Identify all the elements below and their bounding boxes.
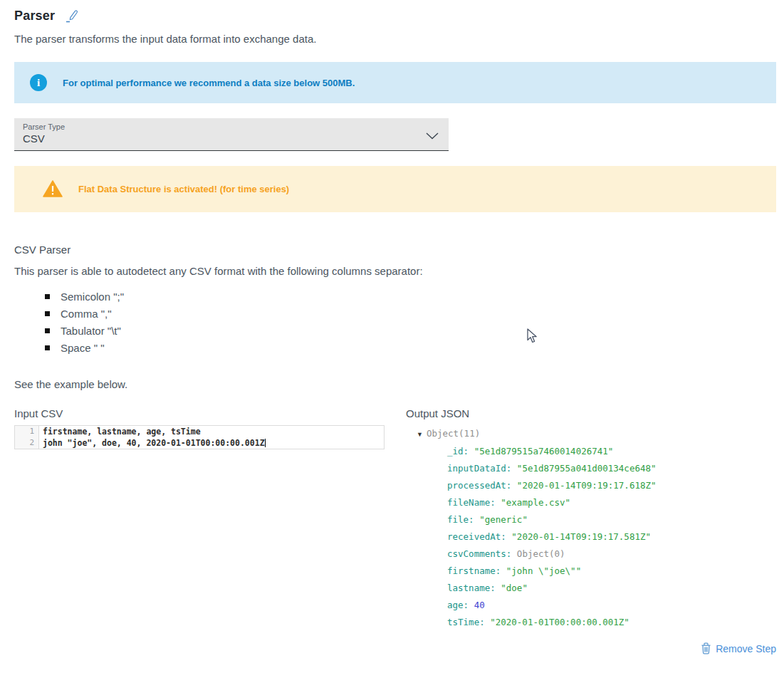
warning-banner: Flat Data Structure is activated! (for t… [14,166,776,212]
json-value: "5e1d879515a7460014026741" [474,446,614,457]
info-banner: i For optimal performance we recommend a… [14,62,776,103]
json-value: Object(0) [517,548,565,559]
json-entry: receivedAt: "2020-01-14T09:19:17.581Z" [406,528,776,546]
json-colon: : [490,497,501,508]
json-colon: : [464,446,474,457]
separator-item: Comma "," [61,306,776,323]
input-csv-column: Input CSV 1 firstname, lastname, age, ts… [14,407,385,654]
json-entry: _id: "5e1d879515a7460014026741" [406,443,776,460]
json-entry: processedAt: "2020-01-14T09:19:17.618Z" [406,477,776,494]
editor-line: 2 john "joe", doe, 40, 2020-01-01T00:00:… [15,437,384,449]
csv-parser-heading: CSV Parser [14,244,776,256]
page-subtitle: The parser transforms the input data for… [14,33,776,45]
json-key: file [447,514,469,525]
remove-step-label: Remove Step [716,643,776,654]
parser-type-value: CSV [23,132,440,145]
json-key: age [447,600,464,610]
example-hint: See the example below. [14,378,776,390]
json-key: fileName [447,497,490,508]
json-colon: : [464,600,474,610]
json-key: processedAt [447,480,506,491]
warning-banner-text: Flat Data Structure is activated! (for t… [78,184,289,194]
output-json-label: Output JSON [406,407,776,419]
csv-parser-description: This parser is able to autodetect any CS… [14,265,776,277]
json-key: lastname [447,583,490,593]
info-banner-text: For optimal performance we recommend a d… [63,78,355,88]
chevron-down-icon [426,130,439,142]
json-colon: : [506,480,517,491]
json-value: "2020-01-01T00:00:00.001Z" [490,617,629,627]
editor-line: 1 firstname, lastname, age, tsTime [15,426,384,437]
json-entry: file: "generic" [406,511,776,528]
edit-title-icon[interactable] [65,9,80,24]
json-colon: : [501,531,511,542]
json-root-label: Object(11) [427,428,480,439]
line-number: 2 [15,437,39,449]
trash-icon [701,642,711,654]
csv-code-editor[interactable]: 1 firstname, lastname, age, tsTime 2 joh… [14,425,385,449]
warning-icon [43,180,63,198]
json-key: csvComments [447,548,506,559]
separator-list: Semicolon ";" Comma "," Tabulator "\t" S… [14,288,776,357]
json-tree-viewer: ▼Object(11) _id: "5e1d879515a74600140267… [406,425,776,631]
json-entry: age: 40 [406,597,776,614]
code-text[interactable]: firstname, lastname, age, tsTime [39,426,201,437]
json-entries: _id: "5e1d879515a7460014026741"inputData… [406,443,776,631]
page-header: Parser [14,7,776,24]
json-value: "example.csv" [501,497,570,508]
output-json-column: Output JSON ▼Object(11) _id: "5e1d879515… [406,407,776,654]
json-value: "2020-01-14T09:19:17.581Z" [511,531,651,542]
json-colon: : [506,548,517,559]
json-value: "doe" [501,583,528,593]
remove-step-row: Remove Step [406,642,776,654]
json-value: "generic" [479,514,528,525]
json-key: firstname [447,565,496,576]
info-icon: i [30,74,47,91]
json-root-node: ▼Object(11) [406,425,776,443]
line-number: 1 [15,426,39,437]
collapse-triangle-icon[interactable]: ▼ [417,431,423,438]
input-csv-label: Input CSV [14,407,385,419]
page-title: Parser [14,9,55,24]
separator-item: Tabulator "\t" [61,323,776,340]
json-value: "john \"joe\"" [506,565,581,576]
json-key: tsTime [447,617,479,627]
json-value: "5e1d87955a041d00134ce648" [517,463,657,474]
remove-step-button[interactable]: Remove Step [701,642,776,654]
json-colon: : [469,514,479,525]
json-colon: : [490,583,501,593]
code-text[interactable]: john "joe", doe, 40, 2020-01-01T00:00:00… [39,437,266,449]
example-section: Input CSV 1 firstname, lastname, age, ts… [14,407,776,654]
json-key: _id [447,446,464,457]
json-entry: fileName: "example.csv" [406,494,776,511]
parser-type-select[interactable]: Parser Type CSV [14,118,449,151]
json-colon: : [479,617,490,627]
separator-item: Semicolon ";" [61,288,776,306]
json-colon: : [506,463,517,474]
json-value: "2020-01-14T09:19:17.618Z" [517,480,657,491]
separator-item: Space " " [61,340,776,357]
text-caret [265,439,266,447]
json-entry: csvComments: Object(0) [406,546,776,563]
json-entry: inputDataId: "5e1d87955a041d00134ce648" [406,460,776,477]
json-entry: lastname: "doe" [406,580,776,597]
json-value: 40 [474,600,485,610]
json-key: receivedAt [447,531,501,542]
json-entry: tsTime: "2020-01-01T00:00:00.001Z" [406,614,776,631]
parser-step-panel: Parser The parser transforms the input d… [0,7,784,654]
json-colon: : [496,565,506,576]
json-entry: firstname: "john \"joe\"" [406,563,776,580]
parser-type-label: Parser Type [23,122,440,131]
json-key: inputDataId [447,463,506,474]
